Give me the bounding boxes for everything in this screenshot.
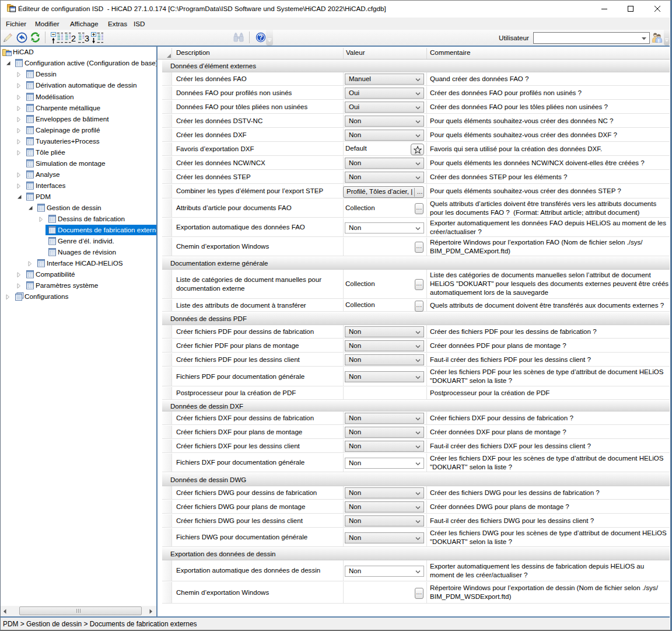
svg-text:2: 2 [71, 34, 76, 43]
svg-text:3: 3 [85, 34, 89, 43]
svg-text:?: ? [258, 33, 262, 41]
